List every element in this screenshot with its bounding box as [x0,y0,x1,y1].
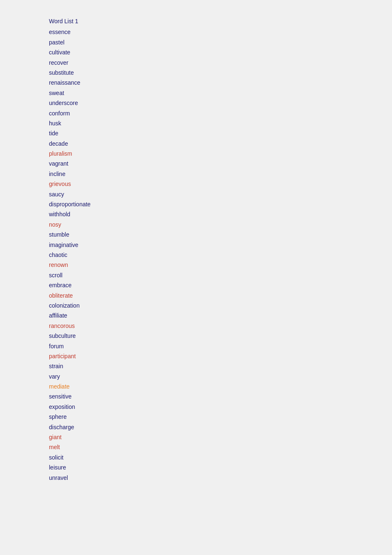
word-item: exposition [49,402,392,411]
word-item: conform [49,109,392,118]
word-item: incline [49,169,392,178]
word-item: pastel [49,38,392,47]
word-item: affiliate [49,311,392,320]
word-item: mediate [49,382,392,391]
word-item: substitute [49,68,392,77]
word-item: tide [49,129,392,138]
word-item: vary [49,372,392,381]
word-item: leisure [49,463,392,472]
word-item: decade [49,139,392,148]
word-item: underscore [49,98,392,108]
word-item: husk [49,119,392,128]
word-list-title: Word List 1 [49,17,392,26]
word-item: subculture [49,331,392,340]
word-item: nosy [49,220,392,229]
word-item: participant [49,352,392,361]
word-item: sweat [49,88,392,98]
word-item: saucy [49,190,392,199]
word-item: imaginative [49,240,392,249]
word-item: discharge [49,423,392,432]
word-item: obliterate [49,291,392,300]
word-item: chaotic [49,250,392,259]
word-item: giant [49,433,392,442]
word-item: recover [49,58,392,67]
word-list-container: Word List 1essencepastelcultivaterecover… [49,17,392,482]
word-item: embrace [49,281,392,290]
word-item: scroll [49,271,392,280]
word-item: pluralism [49,149,392,158]
word-item: unravel [49,473,392,482]
word-item: withhold [49,210,392,219]
word-item: stumble [49,230,392,239]
word-item: sphere [49,412,392,421]
word-item: disproportionate [49,200,392,209]
word-item: colonization [49,301,392,310]
word-item: melt [49,443,392,452]
word-item: renaissance [49,78,392,87]
word-item: forum [49,342,392,351]
word-item: rancorous [49,321,392,330]
word-item: renown [49,260,392,269]
word-item: sensitive [49,392,392,401]
word-item: strain [49,362,392,371]
word-item: essence [49,27,392,37]
word-item: grievous [49,179,392,188]
word-item: cultivate [49,48,392,57]
word-item: solicit [49,453,392,462]
word-item: vagrant [49,159,392,168]
